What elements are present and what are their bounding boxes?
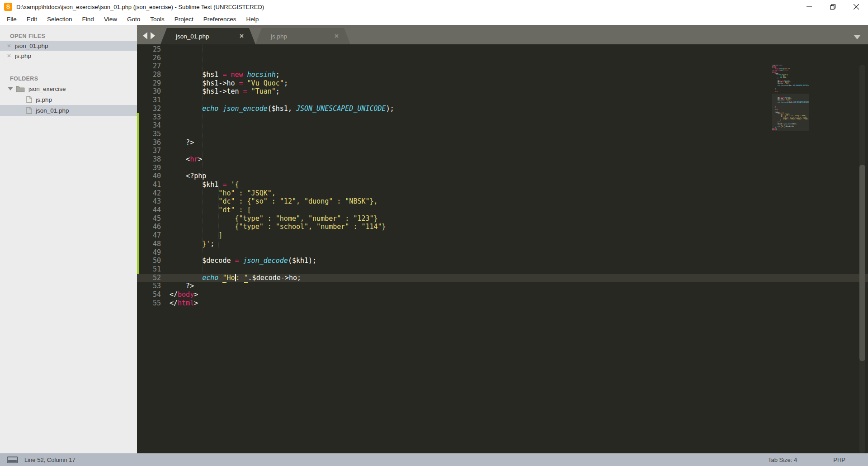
open-file-js.php[interactable]: ×js.php — [0, 51, 137, 61]
line-number[interactable]: 51 — [137, 265, 161, 274]
tab-list-dropdown-icon[interactable] — [854, 35, 861, 39]
close-file-icon[interactable]: × — [6, 43, 12, 49]
code-line-53[interactable]: 53 ?> — [137, 282, 868, 290]
close-file-icon[interactable]: × — [6, 52, 12, 59]
code-line-43[interactable]: 43 "dc" : {"so" : "12", "duong" : "NBSK"… — [137, 197, 868, 206]
code-line-26[interactable]: 26 — [137, 54, 868, 62]
line-number[interactable]: 27 — [137, 62, 161, 71]
menu-file[interactable]: File — [2, 14, 22, 24]
code-line-34[interactable]: 34 — [137, 121, 868, 130]
line-number[interactable]: 53 — [137, 282, 161, 290]
code-line-33[interactable]: 33 — [137, 113, 868, 122]
line-number[interactable]: 28 — [137, 71, 161, 79]
close-button[interactable] — [844, 0, 868, 14]
menu-edit[interactable]: Edit — [22, 14, 42, 24]
restore-button[interactable] — [821, 0, 844, 14]
tab-json_01.php[interactable]: json_01.php× — [160, 28, 255, 44]
code-line-45[interactable]: 45 {"type" : "home", "number" : "123"} — [137, 214, 868, 223]
line-number[interactable]: 44 — [137, 206, 161, 214]
code-line-46[interactable]: 46 {"type" : "school", "number" : "114"} — [137, 223, 868, 231]
folder-json_exercise[interactable]: json_exercise — [0, 83, 137, 94]
line-number[interactable]: 48 — [137, 240, 161, 248]
menu-find[interactable]: Find — [77, 14, 99, 24]
code-line-41[interactable]: 41 $kh1 = '{ — [137, 181, 868, 189]
line-number[interactable]: 41 — [137, 181, 161, 189]
line-number[interactable]: 30 — [137, 87, 161, 96]
line-number[interactable]: 34 — [137, 121, 161, 130]
line-number[interactable]: 50 — [137, 257, 161, 265]
line-number[interactable]: 26 — [137, 54, 161, 62]
tab-close-icon[interactable]: × — [240, 33, 244, 40]
code-line-25[interactable]: 25 — [137, 45, 868, 54]
line-number[interactable]: 32 — [137, 105, 161, 113]
code-line-49[interactable]: 49 — [137, 248, 868, 257]
line-number[interactable]: 46 — [137, 223, 161, 231]
tab-close-icon[interactable]: × — [335, 33, 339, 40]
code-line-32[interactable]: 32 echo json_encode($hs1, JSON_UNESCAPED… — [137, 105, 868, 113]
menu-view[interactable]: View — [99, 14, 122, 24]
line-number[interactable]: 43 — [137, 197, 161, 206]
line-number[interactable]: 33 — [137, 113, 161, 122]
menu-goto[interactable]: Goto — [122, 14, 145, 24]
code-line-50[interactable]: 50 $decode = json_decode($kh1); — [137, 257, 868, 265]
code-line-39[interactable]: 39 — [137, 164, 868, 172]
line-number[interactable]: 45 — [137, 214, 161, 223]
line-number[interactable]: 52 — [137, 274, 161, 282]
tab-size-indicator[interactable]: Tab Size: 4 — [768, 456, 797, 463]
window-controls — [797, 0, 868, 14]
folder-file-json_01.php[interactable]: json_01.php — [0, 105, 137, 116]
open-file-json_01.php[interactable]: ×json_01.php — [0, 41, 137, 51]
minimap[interactable]: <!DOCTYPE html><html><head> <meta charse… — [772, 65, 809, 132]
line-number[interactable]: 25 — [137, 45, 161, 54]
code-line-48[interactable]: 48 }'; — [137, 240, 868, 248]
code-line-29[interactable]: 29 $hs1->ho = "Vu Quoc"; — [137, 79, 868, 88]
tab-scroll-right-icon[interactable] — [151, 32, 155, 39]
code-line-31[interactable]: 31 — [137, 96, 868, 105]
code-line-28[interactable]: 28 $hs1 = new hocsinh; — [137, 71, 868, 79]
tab-js.php[interactable]: js.php× — [255, 28, 350, 44]
code-line-40[interactable]: 40 <?php — [137, 172, 868, 181]
line-code: </body> — [161, 290, 198, 299]
scrollbar-thumb[interactable] — [859, 165, 865, 361]
line-number[interactable]: 35 — [137, 130, 161, 138]
code-line-52[interactable]: 52 echo "Ho: ".$decode->ho; — [137, 274, 868, 282]
line-number[interactable]: 38 — [137, 155, 161, 164]
folder-file-js.php[interactable]: js.php — [0, 94, 137, 105]
code-line-55[interactable]: 55</html> — [137, 299, 868, 308]
line-number[interactable]: 49 — [137, 248, 161, 257]
menu-tools[interactable]: Tools — [145, 14, 170, 24]
code-line-37[interactable]: 37 — [137, 147, 868, 155]
line-number[interactable]: 40 — [137, 172, 161, 181]
panel-toggle-icon[interactable] — [7, 456, 18, 463]
tab-scroll-left-icon[interactable] — [143, 32, 147, 39]
code-line-51[interactable]: 51 — [137, 265, 868, 274]
line-number[interactable]: 39 — [137, 164, 161, 172]
line-number[interactable]: 54 — [137, 290, 161, 299]
code-line-44[interactable]: 44 "dt" : [ — [137, 206, 868, 214]
line-number[interactable]: 36 — [137, 138, 161, 147]
menu-project[interactable]: Project — [170, 14, 198, 24]
line-number[interactable]: 37 — [137, 147, 161, 155]
code-lines: 25262728 $hs1 = new hocsinh;29 $hs1->ho … — [137, 45, 868, 307]
syntax-indicator[interactable]: PHP — [833, 456, 845, 463]
menu-help[interactable]: Help — [241, 14, 264, 24]
menu-preferences[interactable]: Preferences — [198, 14, 241, 24]
file-name: json_01.php — [15, 43, 48, 49]
code-line-42[interactable]: 42 "ho" : "JSQK", — [137, 189, 868, 198]
menu-selection[interactable]: Selection — [42, 14, 77, 24]
code-line-27[interactable]: 27 — [137, 62, 868, 71]
line-number[interactable]: 55 — [137, 299, 161, 308]
line-number[interactable]: 31 — [137, 96, 161, 105]
code-line-38[interactable]: 38 <hr> — [137, 155, 868, 164]
line-number[interactable]: 29 — [137, 79, 161, 88]
code-line-35[interactable]: 35 — [137, 130, 868, 138]
line-number[interactable]: 42 — [137, 189, 161, 198]
code-line-36[interactable]: 36 ?> — [137, 138, 868, 147]
code-line-30[interactable]: 30 $hs1->ten = "Tuan"; — [137, 87, 868, 96]
line-number[interactable]: 47 — [137, 231, 161, 240]
expand-triangle-icon[interactable] — [8, 87, 13, 90]
code-editor[interactable]: “” 25262728 $hs1 = new hocsinh;29 $hs1->… — [137, 44, 868, 453]
code-line-47[interactable]: 47 ] — [137, 231, 868, 240]
minimize-button[interactable] — [797, 0, 821, 14]
code-line-54[interactable]: 54</body> — [137, 290, 868, 299]
